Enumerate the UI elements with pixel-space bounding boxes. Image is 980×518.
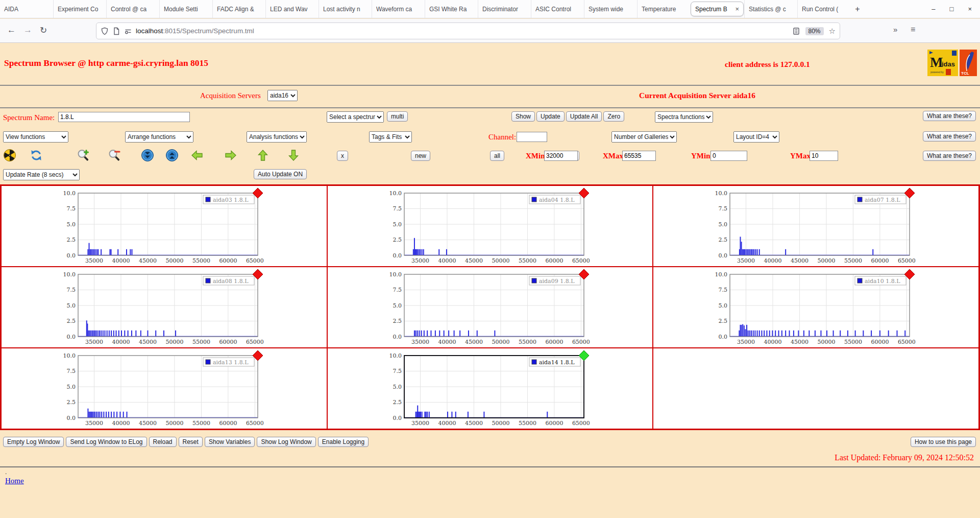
- arrow-right-icon[interactable]: [224, 149, 237, 162]
- multi-button[interactable]: multi: [387, 111, 408, 122]
- tab-label: Waveform ca: [376, 6, 421, 13]
- url-bar[interactable]: localhost:8015/Spectrum/Spectrum.tml 80%…: [96, 22, 840, 39]
- acquisition-server-dropdown[interactable]: aida16: [267, 90, 298, 101]
- tab-system-wide[interactable]: System wide: [584, 0, 637, 18]
- refresh-icon[interactable]: [30, 149, 43, 162]
- tab-gsi-white-ra[interactable]: GSI White Ra: [425, 0, 478, 18]
- show-log-window[interactable]: Show Log Window: [257, 437, 315, 447]
- arrow-down-icon[interactable]: [287, 149, 300, 162]
- empty-log-window[interactable]: Empty Log Window: [3, 437, 64, 447]
- minimize-icon[interactable]: –: [932, 5, 935, 13]
- x-button[interactable]: x: [337, 151, 348, 161]
- update-all[interactable]: Update All: [566, 111, 602, 122]
- chart-aida03[interactable]: 0.02.55.07.510.0350004000045000500005500…: [59, 188, 269, 265]
- zoom-out-icon[interactable]: [108, 149, 121, 162]
- overflow-icon[interactable]: »: [893, 25, 897, 34]
- tab-temperature[interactable]: Temperature: [637, 0, 690, 18]
- chart-aida07[interactable]: 0.02.55.07.510.0350004000045000500005500…: [710, 188, 921, 265]
- zoom-in-icon[interactable]: [77, 149, 90, 162]
- reset[interactable]: Reset: [179, 437, 203, 447]
- spectrum-name-input[interactable]: [58, 112, 190, 122]
- reload-icon[interactable]: ↻: [40, 25, 47, 36]
- what-are-these-button[interactable]: What are these?: [923, 111, 976, 121]
- gallery-cell-aida07[interactable]: 0.02.55.07.510.0350004000045000500005500…: [653, 185, 979, 267]
- analysis-functions-dropdown[interactable]: Analysis functions: [247, 131, 307, 143]
- chart-wrap: 0.02.55.07.510.0350004000045000500005500…: [385, 188, 653, 267]
- gallery-cell-aida03[interactable]: 0.02.55.07.510.0350004000045000500005500…: [1, 185, 327, 267]
- chart-aida13[interactable]: 0.02.55.07.510.0350004000045000500005500…: [59, 350, 269, 427]
- tab-spectrum-b[interactable]: Spectrum B×: [691, 2, 744, 16]
- menu-icon[interactable]: ≡: [911, 25, 915, 34]
- xmax-input[interactable]: [622, 151, 656, 161]
- tab-aida[interactable]: AIDA: [0, 0, 53, 18]
- gallery-cell-aida08[interactable]: 0.02.55.07.510.0350004000045000500005500…: [1, 267, 327, 348]
- maximize-icon[interactable]: □: [950, 5, 954, 13]
- bookmark-star-icon[interactable]: ☆: [829, 27, 836, 36]
- new-tab-button[interactable]: +: [850, 0, 865, 18]
- tab-fadc-align[interactable]: FADC Align &: [212, 0, 265, 18]
- chart-aida04[interactable]: 0.02.55.07.510.0350004000045000500005500…: [385, 188, 595, 265]
- tab-close-icon[interactable]: ×: [735, 5, 739, 13]
- page-icon[interactable]: [112, 27, 120, 35]
- what-are-these-button[interactable]: What are these?: [923, 151, 976, 161]
- chart-aida14[interactable]: 0.02.55.07.510.0350004000045000500005500…: [385, 350, 595, 427]
- tab-label: Run Control (: [802, 6, 846, 13]
- select-spectrum-dropdown[interactable]: Select a spectrum: [327, 111, 384, 123]
- tab-waveform-ca[interactable]: Waveform ca: [372, 0, 425, 18]
- reader-view-icon[interactable]: [792, 27, 800, 35]
- expand-vertical-icon[interactable]: [165, 149, 179, 162]
- tab-experiment-co[interactable]: Experiment Co: [53, 0, 106, 18]
- permissions-icon[interactable]: [124, 27, 132, 35]
- ymin-input[interactable]: [710, 151, 747, 161]
- collapse-vertical-icon[interactable]: [141, 149, 154, 162]
- channel-input[interactable]: [517, 132, 547, 142]
- auto-update-button[interactable]: Auto Update ON: [254, 169, 307, 179]
- home-link[interactable]: Home: [5, 477, 24, 485]
- tab-led-and-wav[interactable]: LED and Wav: [265, 0, 318, 18]
- tab-control-ca[interactable]: Control @ ca: [106, 0, 159, 18]
- what-are-these-button[interactable]: What are these?: [923, 131, 976, 142]
- chart-aida08[interactable]: 0.02.55.07.510.0350004000045000500005500…: [59, 269, 269, 346]
- chart-aida10[interactable]: 0.02.55.07.510.0350004000045000500005500…: [710, 269, 921, 346]
- gallery-cell-aida09[interactable]: 0.02.55.07.510.0350004000045000500005500…: [327, 267, 653, 348]
- gallery-cell-aida13[interactable]: 0.02.55.07.510.0350004000045000500005500…: [1, 348, 327, 429]
- tab-module-setti[interactable]: Module Setti: [159, 0, 212, 18]
- xmin-input[interactable]: [544, 151, 578, 161]
- ymax-input[interactable]: [810, 151, 838, 161]
- layout-id-dropdown[interactable]: Layout ID=4: [733, 131, 779, 143]
- channel-label: Channel:: [488, 133, 516, 142]
- gallery-cell-aida04[interactable]: 0.02.55.07.510.0350004000045000500005500…: [327, 185, 653, 267]
- tab-run-control[interactable]: Run Control (: [797, 0, 850, 18]
- arrange-functions-dropdown[interactable]: Arrange functions: [125, 131, 193, 143]
- update[interactable]: Update: [536, 111, 565, 122]
- arrow-left-icon[interactable]: [190, 149, 204, 162]
- shield-icon[interactable]: [101, 27, 109, 35]
- tab-asic-control[interactable]: ASIC Control: [531, 0, 584, 18]
- chart-aida09[interactable]: 0.02.55.07.510.0350004000045000500005500…: [385, 269, 595, 346]
- tab-discriminator[interactable]: Discriminator: [478, 0, 531, 18]
- gallery-cell-aida10[interactable]: 0.02.55.07.510.0350004000045000500005500…: [653, 267, 979, 348]
- new-button[interactable]: new: [411, 151, 430, 161]
- show[interactable]: Show: [511, 111, 535, 122]
- forward-icon[interactable]: →: [23, 25, 32, 35]
- zero[interactable]: Zero: [603, 111, 624, 122]
- tab-lost-activity-n[interactable]: Lost activity n: [318, 0, 372, 18]
- reload[interactable]: Reload: [149, 437, 177, 447]
- send-log-window-to-elog[interactable]: Send Log Window to ELog: [66, 437, 146, 447]
- all-button[interactable]: all: [490, 151, 504, 161]
- show-variables[interactable]: Show Variables: [205, 437, 255, 447]
- radiation-icon[interactable]: [3, 149, 16, 162]
- update-rate-dropdown[interactable]: Update Rate (8 secs): [3, 169, 80, 180]
- arrow-up-icon[interactable]: [256, 149, 270, 162]
- number-of-galleries-dropdown[interactable]: Number of Galleries: [611, 131, 677, 143]
- spectra-functions-dropdown[interactable]: Spectra functions: [655, 111, 713, 123]
- close-icon[interactable]: ×: [968, 5, 972, 13]
- enable-logging[interactable]: Enable Logging: [318, 437, 369, 447]
- tags-fits-dropdown[interactable]: Tags & Fits: [369, 131, 412, 143]
- zoom-level-badge[interactable]: 80%: [805, 27, 824, 35]
- how-to-use-button[interactable]: How to use this page: [911, 437, 976, 447]
- tab-statistics-c[interactable]: Statistics @ c: [744, 0, 797, 18]
- gallery-cell-aida14[interactable]: 0.02.55.07.510.0350004000045000500005500…: [327, 348, 653, 429]
- back-icon[interactable]: ←: [7, 25, 16, 35]
- view-functions-dropdown[interactable]: View functions: [3, 131, 68, 143]
